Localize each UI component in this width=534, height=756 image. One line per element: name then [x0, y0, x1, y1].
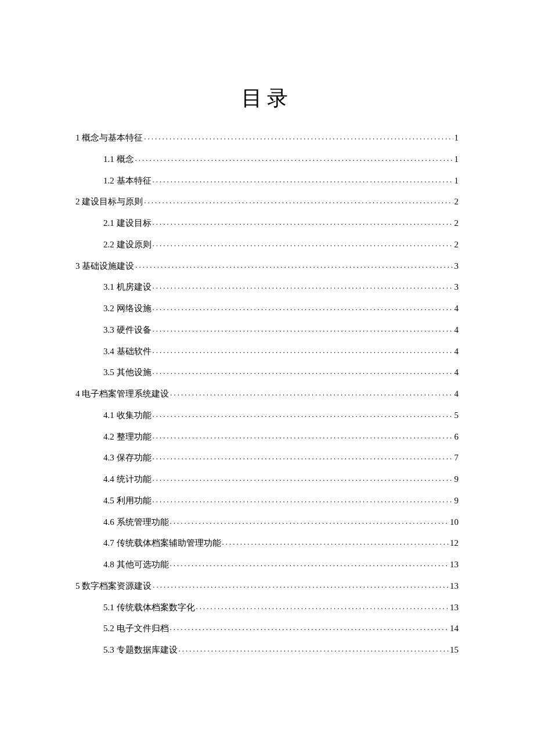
toc-entry-page: 1	[454, 149, 459, 170]
toc-entry-page: 1	[454, 127, 459, 149]
toc-entry-label: 4.6 系统管理功能	[103, 512, 169, 533]
toc-entry-page: 13	[450, 554, 459, 575]
toc-entry-label: 3 基础设施建设	[75, 255, 134, 277]
toc-entry: 4.2 整理功能6	[103, 426, 459, 448]
toc-entry: 5.2 电子文件归档14	[103, 618, 459, 639]
toc-entry-label: 4.4 统计功能	[103, 469, 151, 490]
toc-leader	[153, 277, 453, 296]
toc-entry-label: 4 电子档案管理系统建设	[75, 383, 169, 405]
toc-leader	[153, 405, 453, 424]
toc-entry-page: 4	[454, 383, 459, 405]
toc-entry-page: 6	[454, 426, 459, 448]
toc-entry-label: 4.2 整理功能	[103, 426, 151, 448]
toc-leader	[153, 576, 449, 595]
toc-entry-label: 1.1 概念	[103, 149, 134, 170]
toc-entry: 4.5 利用功能9	[103, 490, 459, 512]
toc-entry-label: 4.5 利用功能	[103, 490, 151, 512]
toc-entry-label: 2.2 建设原则	[103, 234, 151, 255]
toc-entry: 4.6 系统管理功能10	[103, 512, 459, 533]
toc-entry: 2.1 建设目标2	[103, 213, 459, 234]
toc-title: 目录	[75, 84, 459, 113]
toc-entry: 2 建设目标与原则2	[75, 191, 459, 213]
toc-entry-label: 3.5 其他设施	[103, 362, 151, 383]
toc-entry-label: 4.8 其他可选功能	[103, 554, 169, 575]
toc-leader	[153, 448, 453, 466]
toc-entry-label: 3.3 硬件设备	[103, 319, 151, 341]
toc-entry-label: 5.1 传统载体档案数字化	[103, 597, 195, 618]
toc-entry-label: 4.3 保存功能	[103, 447, 151, 469]
toc-entry: 1 概念与基本特征1	[75, 127, 459, 149]
toc-entry-page: 1	[454, 170, 459, 192]
toc-leader	[170, 384, 453, 402]
toc-leader	[153, 298, 453, 317]
toc-entry-label: 2 建设目标与原则	[75, 191, 143, 213]
toc-entry-page: 3	[454, 276, 459, 298]
toc-entry: 5.1 传统载体档案数字化13	[103, 597, 459, 618]
toc-entry-page: 2	[454, 191, 459, 213]
toc-entry-label: 5 数字档案资源建设	[75, 575, 151, 597]
toc-entry-page: 7	[454, 447, 459, 469]
toc-leader	[135, 149, 453, 168]
toc-entry-page: 13	[450, 575, 459, 597]
toc-entry: 2.2 建设原则2	[103, 234, 459, 255]
toc-entry: 3 基础设施建设3	[75, 255, 459, 277]
toc-leader	[153, 362, 453, 381]
toc-entry-page: 15	[450, 639, 459, 661]
toc-leader	[153, 491, 453, 509]
toc-entry-label: 2.1 建设目标	[103, 213, 151, 234]
toc-leader	[153, 341, 453, 360]
toc-leader	[144, 192, 453, 210]
toc-leader	[153, 213, 453, 232]
toc-entry-page: 3	[454, 255, 459, 277]
toc-entry: 3.5 其他设施4	[103, 362, 459, 383]
toc-leader	[135, 256, 453, 275]
toc-leader	[170, 618, 449, 637]
toc-entry-page: 4	[454, 319, 459, 341]
toc-entry-page: 5	[454, 405, 459, 426]
toc-entry-label: 5.2 电子文件归档	[103, 618, 169, 639]
toc-entry-page: 4	[454, 298, 459, 319]
document-page: 目录 1 概念与基本特征11.1 概念11.2 基本特征12 建设目标与原则22…	[0, 0, 534, 719]
toc-leader	[153, 320, 453, 339]
toc-leader	[170, 555, 449, 573]
toc-entry-page: 12	[450, 532, 459, 554]
toc-entry-page: 2	[454, 213, 459, 234]
toc-entry-page: 4	[454, 362, 459, 383]
toc-entry-label: 3.1 机房建设	[103, 276, 151, 298]
toc-leader	[222, 533, 449, 552]
toc-entry: 1.1 概念1	[103, 149, 459, 170]
toc-entry: 3.1 机房建设3	[103, 276, 459, 298]
toc-leader	[170, 512, 449, 531]
toc-entry: 4.1 收集功能5	[103, 405, 459, 426]
toc-leader	[144, 128, 453, 146]
toc-entry-page: 9	[454, 490, 459, 512]
toc-entry: 3.3 硬件设备4	[103, 319, 459, 341]
toc-entry-page: 2	[454, 234, 459, 255]
toc-entry: 4.7 传统载体档案辅助管理功能12	[103, 532, 459, 554]
toc-list: 1 概念与基本特征11.1 概念11.2 基本特征12 建设目标与原则22.1 …	[75, 127, 459, 661]
toc-entry-label: 5.3 专题数据库建设	[103, 639, 178, 661]
toc-entry: 4 电子档案管理系统建设4	[75, 383, 459, 405]
toc-entry: 4.3 保存功能7	[103, 447, 459, 469]
toc-entry: 4.4 统计功能9	[103, 469, 459, 490]
toc-leader	[153, 171, 453, 189]
toc-leader	[153, 469, 453, 488]
toc-entry-label: 1 概念与基本特征	[75, 127, 143, 149]
toc-entry-label: 4.1 收集功能	[103, 405, 151, 426]
toc-entry-page: 14	[450, 618, 459, 639]
toc-entry-label: 1.2 基本特征	[103, 170, 151, 192]
toc-entry: 1.2 基本特征1	[103, 170, 459, 192]
toc-entry: 3.2 网络设施4	[103, 298, 459, 319]
toc-entry-label: 3.2 网络设施	[103, 298, 151, 319]
toc-entry: 3.4 基础软件4	[103, 341, 459, 362]
toc-leader	[196, 597, 449, 616]
toc-leader	[179, 640, 449, 658]
toc-entry: 5 数字档案资源建设13	[75, 575, 459, 597]
toc-entry-page: 4	[454, 341, 459, 362]
toc-entry-label: 3.4 基础软件	[103, 341, 151, 362]
toc-leader	[153, 235, 453, 253]
toc-entry-page: 10	[450, 512, 459, 533]
toc-entry-label: 4.7 传统载体档案辅助管理功能	[103, 532, 221, 554]
toc-entry-page: 9	[454, 469, 459, 490]
toc-entry: 4.8 其他可选功能13	[103, 554, 459, 575]
